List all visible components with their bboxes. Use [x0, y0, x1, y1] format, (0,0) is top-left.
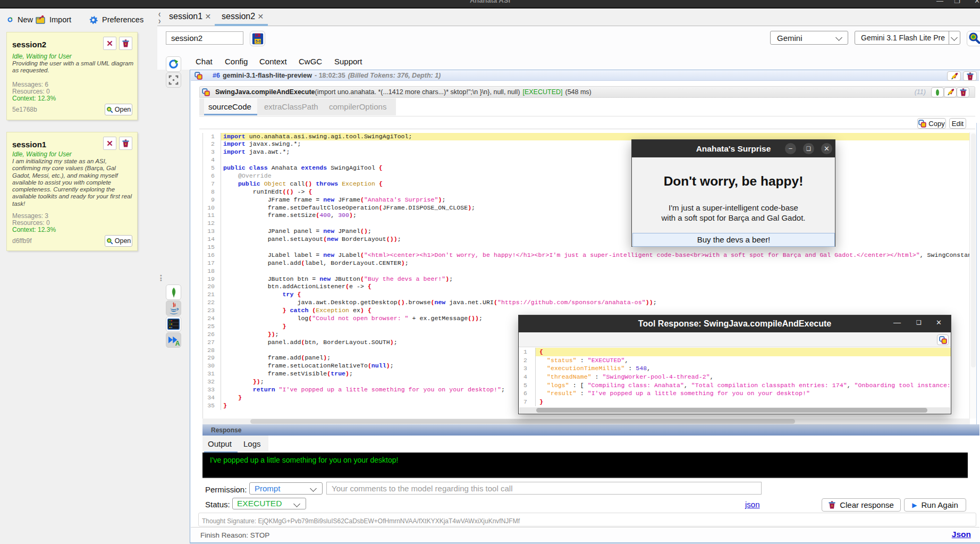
svg-text:5-0: 5-0 — [255, 39, 260, 43]
svg-text:A: A — [175, 340, 180, 346]
